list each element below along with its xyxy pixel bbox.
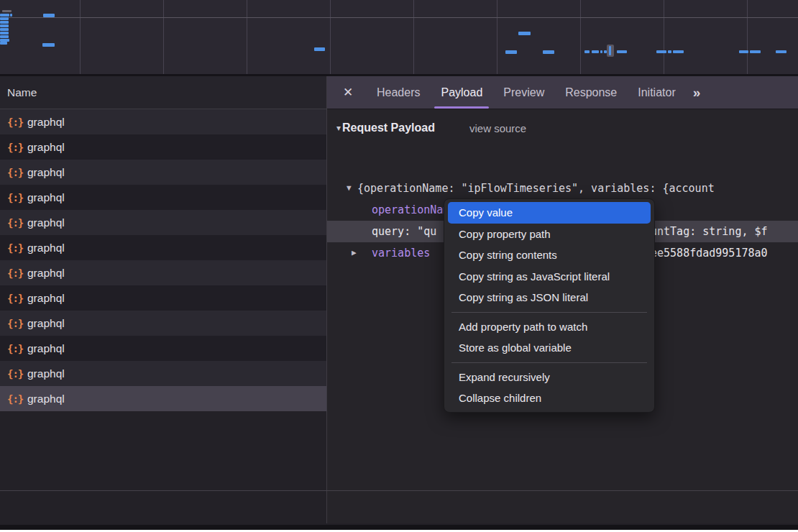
- tab-payload[interactable]: Payload: [441, 76, 482, 109]
- request-name: graphql: [27, 242, 65, 254]
- menu-divider: [451, 362, 647, 363]
- tab-headers[interactable]: Headers: [377, 76, 420, 109]
- view-source-link[interactable]: view source: [469, 122, 526, 134]
- menu-item-copy-property-path[interactable]: Copy property path: [448, 224, 651, 245]
- request-bar[interactable]: [739, 50, 748, 53]
- request-bar[interactable]: [750, 50, 761, 53]
- detail-tab-bar: ✕ HeadersPayloadPreviewResponseInitiator…: [327, 76, 798, 109]
- property-value-left: "qu: [417, 225, 436, 238]
- json-braces-icon: {:}: [7, 242, 27, 254]
- request-name: graphql: [27, 191, 65, 204]
- root-object-preview: {operationName: "ipFlowTimeseries", vari…: [357, 178, 715, 199]
- request-row-graphql[interactable]: {:}graphql: [0, 134, 326, 160]
- bottom-edge-bar: [0, 525, 798, 530]
- tab-slot: HeadersPayloadPreviewResponseInitiator: [356, 76, 676, 109]
- json-braces-icon: {:}: [7, 343, 27, 354]
- json-braces-icon: {:}: [7, 368, 27, 380]
- close-icon[interactable]: ✕: [340, 85, 356, 100]
- section-collapse-arrow-icon[interactable]: ▾: [336, 123, 341, 133]
- request-bar[interactable]: [43, 14, 55, 17]
- name-column-header[interactable]: Name: [0, 76, 326, 109]
- json-braces-icon: {:}: [7, 192, 27, 203]
- request-bar[interactable]: [592, 50, 599, 53]
- request-name: graphql: [27, 292, 65, 305]
- timeline-gridline: [80, 0, 81, 74]
- menu-item-copy-string-as-json-literal[interactable]: Copy string as JSON literal: [448, 287, 651, 308]
- request-bar[interactable]: [543, 50, 554, 54]
- request-bar[interactable]: [518, 32, 531, 35]
- menu-item-store-as-global-variable[interactable]: Store as global variable: [448, 337, 651, 359]
- request-bar[interactable]: [0, 32, 9, 35]
- request-bar[interactable]: [673, 50, 684, 53]
- menu-item-add-property-path-to-watch[interactable]: Add property path to watch: [448, 316, 651, 338]
- request-bar[interactable]: [0, 42, 7, 45]
- timeline-gridline: [0, 17, 798, 18]
- menu-item-copy-string-contents[interactable]: Copy string contents: [448, 244, 651, 266]
- request-bar[interactable]: [0, 14, 9, 17]
- request-row-graphql[interactable]: {:}graphql: [0, 361, 326, 386]
- request-bar[interactable]: [0, 17, 9, 20]
- menu-item-collapse-children[interactable]: Collapse children: [448, 387, 651, 409]
- request-bar[interactable]: [0, 24, 9, 27]
- tree-row-root[interactable]: ▼ {operationName: "ipFlowTimeseries", va…: [327, 178, 798, 199]
- request-bar[interactable]: [0, 28, 9, 31]
- devtools-network-panel: Name {:}graphql{:}graphql{:}graphql{:}gr…: [0, 0, 798, 530]
- menu-item-copy-value[interactable]: Copy value: [448, 202, 651, 224]
- request-payload-section-header[interactable]: ▾ Request Payload view source: [327, 118, 526, 138]
- request-bar[interactable]: [314, 47, 325, 51]
- json-braces-icon: {:}: [7, 116, 27, 128]
- request-row-graphql[interactable]: {:}graphql: [0, 109, 326, 134]
- request-name: graphql: [27, 342, 65, 355]
- property-value-clipped: untTag: string, $f: [651, 221, 768, 242]
- menu-item-copy-string-as-javascript-literal[interactable]: Copy string as JavaScript literal: [448, 266, 651, 288]
- request-row-graphql[interactable]: {:}graphql: [0, 260, 326, 285]
- context-menu: Copy valueCopy property pathCopy string …: [444, 198, 655, 413]
- request-bar[interactable]: [776, 50, 786, 53]
- section-title: Request Payload: [342, 121, 435, 134]
- request-row-graphql[interactable]: {:}graphql: [0, 386, 326, 411]
- request-row-graphql[interactable]: {:}graphql: [0, 311, 326, 336]
- request-bar[interactable]: [584, 50, 590, 53]
- property-preview-clipped: ee5588fdad995178a0: [651, 242, 768, 264]
- expand-arrow-icon[interactable]: ▼: [347, 178, 352, 199]
- property-key: variables: [372, 247, 430, 260]
- tab-preview[interactable]: Preview: [503, 76, 544, 109]
- request-bar[interactable]: [0, 21, 9, 24]
- tab-initiator[interactable]: Initiator: [638, 76, 675, 109]
- request-name: graphql: [27, 367, 65, 380]
- request-name: graphql: [27, 166, 65, 179]
- timeline-selection-tick[interactable]: [609, 46, 611, 55]
- timeline-gridline: [330, 0, 331, 74]
- request-bar[interactable]: [600, 50, 602, 53]
- request-bar[interactable]: [0, 35, 9, 38]
- request-row-graphql[interactable]: {:}graphql: [0, 235, 326, 260]
- request-bar-gray[interactable]: [2, 10, 12, 12]
- timeline-gridline: [497, 0, 497, 74]
- expand-arrow-icon[interactable]: ▶: [352, 242, 357, 264]
- json-braces-icon: {:}: [7, 267, 27, 279]
- request-row-graphql[interactable]: {:}graphql: [0, 185, 326, 210]
- request-bar[interactable]: [617, 50, 627, 53]
- tab-response[interactable]: Response: [565, 76, 617, 109]
- property-key: query:: [372, 225, 417, 238]
- request-row-graphql[interactable]: {:}graphql: [0, 285, 326, 311]
- request-bar[interactable]: [505, 50, 517, 54]
- request-bar[interactable]: [668, 50, 671, 53]
- more-tabs-chevron-icon[interactable]: »: [693, 85, 701, 101]
- json-braces-icon: {:}: [7, 318, 27, 329]
- timeline-gridline: [163, 0, 164, 74]
- network-overview-timeline[interactable]: [0, 0, 798, 76]
- timeline-gridline: [580, 0, 581, 74]
- json-braces-icon: {:}: [7, 217, 27, 229]
- request-name: graphql: [27, 393, 65, 405]
- request-bar[interactable]: [10, 14, 12, 17]
- request-row-graphql[interactable]: {:}graphql: [0, 336, 326, 361]
- menu-item-expand-recursively[interactable]: Expand recursively: [448, 367, 651, 388]
- panel-footer-divider: [0, 490, 798, 491]
- request-row-graphql[interactable]: {:}graphql: [0, 210, 326, 235]
- request-row-graphql[interactable]: {:}graphql: [0, 160, 326, 185]
- request-bar[interactable]: [656, 50, 666, 53]
- request-name: graphql: [27, 216, 65, 229]
- request-name: graphql: [27, 116, 65, 129]
- request-bar[interactable]: [42, 43, 55, 47]
